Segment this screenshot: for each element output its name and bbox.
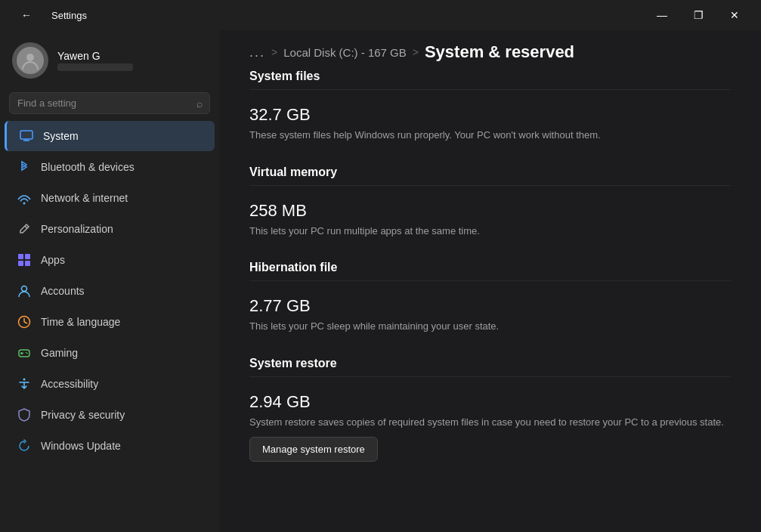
svg-point-10 xyxy=(22,286,27,292)
sidebar-item-personalization[interactable]: Personalization xyxy=(5,214,215,244)
svg-point-4 xyxy=(23,203,26,205)
section-system-files: System files32.7 GBThese system files he… xyxy=(249,70,731,143)
accounts-icon xyxy=(17,283,32,298)
user-name: Yawen G xyxy=(57,50,133,62)
apps-label: Apps xyxy=(41,254,65,266)
section-virtual-memory: Virtual memory258 MBThis lets your PC ru… xyxy=(249,165,731,239)
section-value-system-restore: 2.94 GB xyxy=(249,392,731,412)
section-desc-system-files: These system files help Windows run prop… xyxy=(249,128,731,143)
gaming-icon xyxy=(17,345,32,360)
search-input[interactable] xyxy=(9,92,210,114)
section-desc-system-restore: System restore saves copies of required … xyxy=(249,415,731,430)
app-body: Yawen G ⌕ System Bluetooth & devices Net… xyxy=(0,30,761,532)
sidebar-item-accounts[interactable]: Accounts xyxy=(5,276,215,306)
divider-system-restore xyxy=(249,376,731,377)
update-icon xyxy=(17,438,32,453)
sidebar-item-apps[interactable]: Apps xyxy=(5,245,215,275)
personalization-label: Personalization xyxy=(41,223,113,235)
content-sections: System files32.7 GBThese system files he… xyxy=(219,70,761,507)
gaming-label: Gaming xyxy=(41,347,78,359)
bluetooth-icon xyxy=(17,159,32,175)
user-info: Yawen G xyxy=(57,50,133,71)
sidebar: Yawen G ⌕ System Bluetooth & devices Net… xyxy=(0,30,219,532)
network-icon xyxy=(17,190,32,206)
bluetooth-label: Bluetooth & devices xyxy=(41,161,135,173)
update-label: Windows Update xyxy=(41,440,121,452)
avatar-icon xyxy=(17,47,44,74)
manage-restore-button[interactable]: Manage system restore xyxy=(249,437,378,462)
accessibility-icon xyxy=(17,376,32,391)
breadcrumb-dots[interactable]: ... xyxy=(249,45,265,60)
section-value-system-files: 32.7 GB xyxy=(249,105,731,125)
minimize-button[interactable]: — xyxy=(645,3,679,27)
sidebar-item-privacy[interactable]: Privacy & security xyxy=(5,400,215,430)
privacy-label: Privacy & security xyxy=(41,409,125,421)
system-label: System xyxy=(43,130,79,142)
svg-line-13 xyxy=(24,322,27,323)
search-container: ⌕ xyxy=(0,86,219,120)
section-hibernation-file: Hibernation file2.77 GBThis lets your PC… xyxy=(249,261,731,334)
section-title-system-files: System files xyxy=(249,70,731,83)
sidebar-item-network[interactable]: Network & internet xyxy=(5,183,215,213)
svg-point-19 xyxy=(26,353,28,354)
breadcrumb-sep-2: > xyxy=(413,46,419,58)
time-label: Time & language xyxy=(41,316,120,328)
sidebar-item-time[interactable]: Time & language xyxy=(5,307,215,337)
user-subtitle xyxy=(57,63,133,71)
breadcrumb: ... > Local Disk (C:) - 167 GB > System … xyxy=(219,30,761,70)
accessibility-label: Accessibility xyxy=(41,378,98,390)
app-title: Settings xyxy=(51,10,87,21)
svg-rect-9 xyxy=(25,261,30,266)
personalization-icon xyxy=(17,221,32,237)
section-desc-hibernation-file: This lets your PC sleep while maintainin… xyxy=(249,319,731,334)
section-value-virtual-memory: 258 MB xyxy=(249,201,731,221)
close-button[interactable]: ✕ xyxy=(717,3,752,27)
privacy-icon xyxy=(17,407,32,422)
avatar xyxy=(12,42,48,79)
svg-point-20 xyxy=(23,379,26,381)
back-button[interactable]: ← xyxy=(9,3,44,27)
svg-rect-6 xyxy=(18,254,23,259)
titlebar-left: ← Settings xyxy=(9,3,87,27)
sidebar-item-gaming[interactable]: Gaming xyxy=(5,338,215,368)
divider-hibernation-file xyxy=(249,280,731,281)
svg-point-18 xyxy=(26,352,27,354)
system-icon xyxy=(19,128,34,144)
svg-rect-8 xyxy=(18,261,23,266)
network-label: Network & internet xyxy=(41,192,128,204)
svg-point-0 xyxy=(26,54,34,61)
breadcrumb-disk[interactable]: Local Disk (C:) - 167 GB xyxy=(283,46,407,59)
divider-virtual-memory xyxy=(249,185,731,186)
section-desc-virtual-memory: This lets your PC run multiple apps at t… xyxy=(249,224,731,239)
accounts-label: Accounts xyxy=(41,285,85,297)
main-content: ... > Local Disk (C:) - 167 GB > System … xyxy=(219,30,761,532)
section-system-restore: System restore2.94 GBSystem restore save… xyxy=(249,357,731,462)
sidebar-item-bluetooth[interactable]: Bluetooth & devices xyxy=(5,152,215,182)
section-title-hibernation-file: Hibernation file xyxy=(249,261,731,274)
section-title-system-restore: System restore xyxy=(249,357,731,370)
svg-rect-1 xyxy=(20,131,32,139)
nav-menu: System Bluetooth & devices Network & int… xyxy=(0,120,219,462)
sidebar-item-update[interactable]: Windows Update xyxy=(5,431,215,461)
section-value-hibernation-file: 2.77 GB xyxy=(249,296,731,316)
breadcrumb-sep-1: > xyxy=(271,46,277,58)
divider-system-files xyxy=(249,89,731,90)
apps-icon xyxy=(17,252,32,268)
window-controls: — ❐ ✕ xyxy=(645,3,752,27)
sidebar-item-accessibility[interactable]: Accessibility xyxy=(5,369,215,399)
svg-line-5 xyxy=(25,226,27,228)
maximize-button[interactable]: ❐ xyxy=(681,3,716,27)
svg-rect-7 xyxy=(25,254,30,259)
time-icon xyxy=(17,314,32,329)
sidebar-item-system[interactable]: System xyxy=(5,121,215,151)
section-title-virtual-memory: Virtual memory xyxy=(249,165,731,179)
breadcrumb-current: System & reserved xyxy=(425,42,574,62)
titlebar: ← Settings — ❐ ✕ xyxy=(0,0,761,30)
user-profile[interactable]: Yawen G xyxy=(0,30,219,86)
